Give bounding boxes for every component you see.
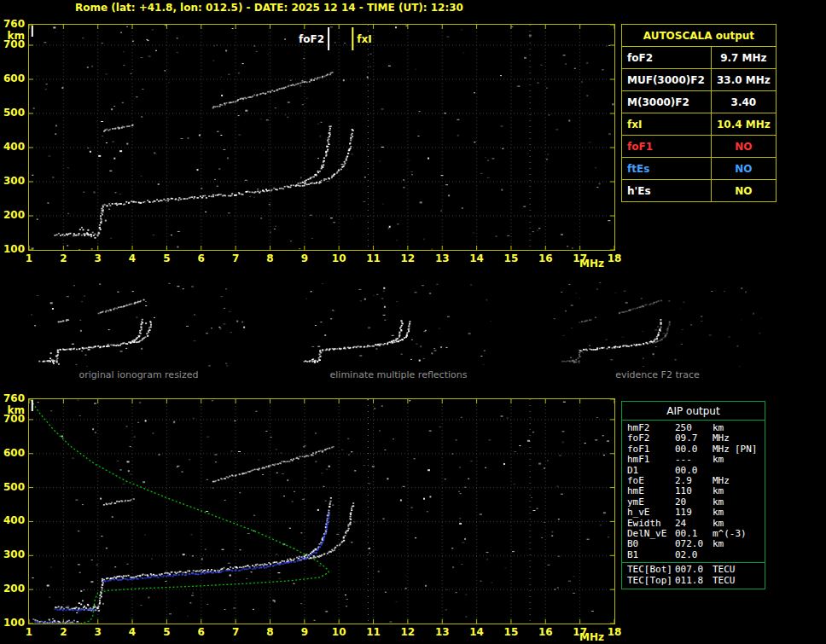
autoscala-body: foF29.7 MHzMUF(3000)F233.0 MHzM(3000)F23…	[622, 47, 777, 202]
aip-cell-l: hmF1	[627, 455, 675, 465]
aip-cell-v: 110	[675, 486, 713, 496]
trace-F-ordinary	[579, 319, 662, 351]
y-axis-unit: km	[1, 30, 25, 42]
aip-cell-l: hmE	[627, 486, 675, 496]
thumbnail-caption-3: evidence F2 trace	[553, 369, 762, 380]
thumbnail-canvas-2	[294, 281, 503, 367]
y-tick-label: 600	[1, 447, 25, 459]
trace-E-layer	[561, 360, 579, 363]
y-tick-label: 200	[1, 583, 25, 595]
x-tick-label: 10	[332, 626, 346, 638]
x-tick-label: 1	[26, 626, 32, 638]
x-tick-label: 14	[469, 626, 484, 638]
x-tick-label: 12	[401, 252, 416, 264]
x-tick-label: 15	[504, 626, 519, 638]
autoscala-title: AUTOSCALA output	[622, 25, 777, 47]
noise-layer	[554, 282, 762, 367]
y-tick-label: 100	[1, 617, 25, 629]
noise-layer	[31, 283, 245, 367]
aip-cell-v: 011.8	[675, 576, 713, 586]
thumbnail-caption-1: original ionogram resized	[30, 369, 247, 380]
x-axis-unit: MHz	[579, 258, 604, 270]
aip-cell-u: km	[713, 455, 735, 465]
x-tick-label: 4	[129, 252, 136, 264]
aip-cell-l: B0	[627, 539, 675, 549]
x-tick-label: 6	[198, 252, 205, 264]
x-tick-label: 1	[26, 252, 32, 264]
x-tick-label: 18	[608, 626, 622, 638]
y-tick-label: 500	[1, 107, 25, 119]
trace-multiple-2F-low	[58, 319, 70, 322]
x-tick-label: 5	[163, 626, 170, 638]
autoscala-row-ftEs: ftEsNO	[622, 158, 777, 180]
y-tick-label: 760	[1, 392, 25, 404]
y-tick-label: 500	[1, 481, 25, 493]
noise-layer	[305, 283, 492, 365]
y-tick-label: 400	[1, 514, 25, 526]
trace-multiple-2F	[212, 446, 334, 483]
autoscala-row-MUF(3000)F2: MUF(3000)F233.0 MHz	[622, 69, 777, 91]
trace-E-F-retardation	[98, 580, 104, 607]
thumbnail-canvas-3	[553, 281, 762, 367]
page-title: Rome (lat: +41.8, lon: 012.5) - DATE: 20…	[75, 2, 463, 14]
trace-multiple-2F-low	[103, 125, 133, 132]
autoscala-param-label: foF1	[622, 136, 712, 158]
y-tick-label: 760	[1, 18, 25, 30]
trace-F-extraordinary	[298, 129, 354, 187]
autoscala-row-h'Es: h'EsNO	[622, 180, 777, 202]
aip-cell-u: km	[713, 486, 735, 496]
y-tick-label: 600	[1, 73, 25, 84]
autoscala-param-value: NO	[712, 136, 777, 158]
aip-table: AIP output hmF2250kmfoF209.7MHzfoF100.0M…	[621, 401, 765, 589]
trace-F-ordinary	[57, 319, 143, 351]
autoscala-row-fxI: fxI10.4 MHz	[622, 113, 777, 136]
x-tick-label: 8	[266, 252, 273, 264]
profile-ionogram-plot	[28, 398, 615, 624]
autoscala-param-label: h'Es	[622, 180, 712, 202]
x-tick-label: 18	[608, 252, 622, 264]
x-tick-label: 16	[538, 626, 553, 638]
trace-E-F-retardation	[98, 206, 104, 234]
y-tick-label: 200	[1, 209, 25, 221]
y-tick-label: 400	[1, 141, 25, 153]
start-artifact	[32, 400, 33, 411]
aip-cell-v: 119	[675, 508, 713, 518]
x-tick-label: 9	[301, 252, 308, 264]
x-tick-label: 3	[95, 626, 102, 638]
aip-row-B0: B0072.0km	[622, 539, 765, 549]
aip-row-h_vE: h_vE119km	[622, 508, 765, 518]
trace-multiple-2F	[98, 299, 145, 315]
profile-ionogram-canvas	[29, 399, 614, 624]
autoscala-param-value: NO	[712, 158, 777, 180]
trace-multiple-2F	[212, 72, 334, 108]
aip-cell-v: 09.7	[675, 433, 713, 444]
aip-cell-l: TEC[Top]	[627, 576, 675, 586]
trace-F-ordinary	[319, 320, 404, 351]
aip-cell-l: foF2	[627, 433, 675, 444]
y-tick-label: 100	[1, 243, 25, 255]
aip-cell-v: 072.0	[675, 539, 713, 549]
ionogram-analysis-window: Rome (lat: +41.8, lon: 012.5) - DATE: 20…	[0, 0, 826, 644]
aip-cell-v: 02.0	[675, 550, 713, 560]
aip-cell-v: 007.0	[675, 565, 713, 575]
electron-density-profile	[31, 400, 329, 624]
x-tick-label: 2	[60, 626, 67, 638]
x-tick-label: 9	[301, 626, 308, 638]
autoscala-param-label: ftEs	[622, 158, 712, 180]
x-tick-label: 11	[366, 252, 381, 264]
aip-cell-u	[713, 550, 735, 560]
thumbnail-canvas-1	[30, 281, 247, 367]
aip-cell-u: MHz	[713, 433, 735, 444]
aip-cell-l: B1	[627, 550, 675, 560]
aip-cell-v: ---	[675, 455, 713, 465]
start-artifact	[32, 26, 33, 37]
y-tick-label: 300	[1, 548, 25, 560]
trace-multiple-2F-low	[579, 319, 592, 323]
autoscala-param-label: foF2	[622, 47, 712, 69]
autoscala-row-foF2: foF29.7 MHz	[622, 47, 777, 69]
noise-layer	[32, 399, 609, 622]
y-tick-label: 300	[1, 175, 25, 187]
main-ionogram-canvas: foF2fxI	[29, 25, 614, 250]
aip-cell-l: TEC[Bot]	[627, 565, 675, 575]
x-tick-label: 2	[60, 252, 67, 264]
